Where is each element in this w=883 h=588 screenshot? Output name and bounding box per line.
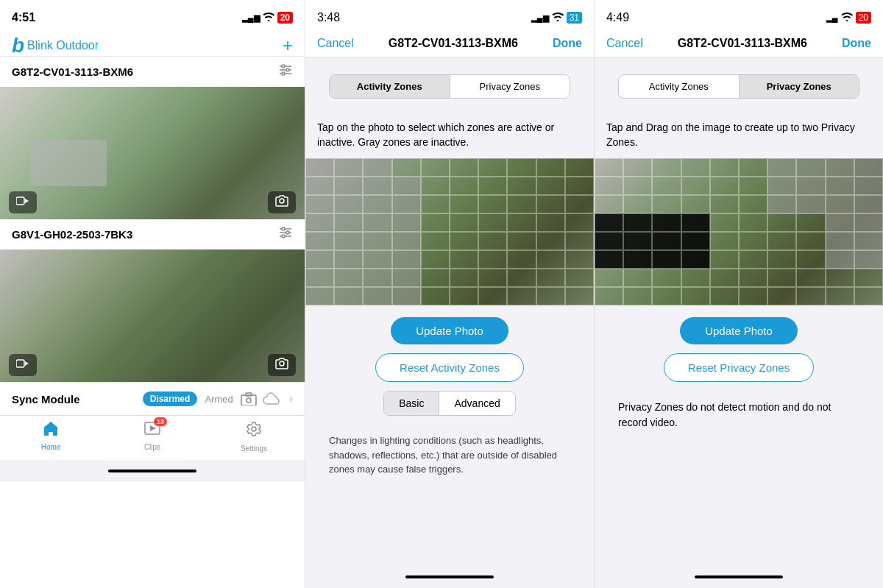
zone-cell[interactable] [305,213,334,232]
zone-cell[interactable] [450,195,478,213]
zone-cell[interactable] [565,250,594,269]
zone-cell[interactable] [363,232,391,250]
privacy-zone-grid[interactable] [595,158,883,305]
privacy-zone-cell[interactable] [767,269,796,287]
privacy-zone-cell[interactable] [826,213,854,232]
zone-cell[interactable] [536,269,565,287]
zone-cell[interactable] [305,158,334,177]
zone-cell[interactable] [478,195,507,213]
privacy-zone-cell[interactable] [796,287,825,305]
tab-activity-zones-p[interactable]: Activity Zones [619,75,739,98]
zone-cell[interactable] [305,177,334,195]
privacy-zone-cell[interactable] [796,158,825,177]
zone-cell[interactable] [478,177,507,195]
zone-cell[interactable] [421,232,450,250]
zone-cell[interactable] [450,158,478,177]
done-button-privacy[interactable]: Done [842,37,871,50]
zone-cell[interactable] [565,269,594,287]
tab-clips[interactable]: 13 Clips [102,420,203,453]
tab-privacy-zones[interactable]: Privacy Zones [450,75,570,98]
zone-cell[interactable] [334,287,363,305]
activity-zone-grid[interactable] [305,158,594,305]
zone-cell[interactable] [334,269,363,287]
privacy-zone-cell[interactable] [767,158,796,177]
privacy-zone-cell[interactable] [739,177,767,195]
privacy-zone-cell[interactable] [739,269,767,287]
privacy-zone-cell[interactable] [767,213,796,232]
zone-cell[interactable] [334,232,363,250]
zone-cell[interactable] [507,232,536,250]
zone-image-activity[interactable] [305,158,594,305]
zone-cell[interactable] [507,195,536,213]
zone-cell[interactable] [478,232,507,250]
privacy-zone-cell[interactable] [681,177,710,195]
privacy-zone-cell[interactable] [739,287,767,305]
badge-armed[interactable]: Armed [205,394,233,405]
privacy-zone-cell[interactable] [652,213,681,232]
privacy-zone-cell[interactable] [826,177,854,195]
zone-cell[interactable] [421,195,450,213]
zone-cell[interactable] [536,158,565,177]
zone-cell[interactable] [478,269,507,287]
zone-cell[interactable] [507,177,536,195]
zone-cell[interactable] [334,250,363,269]
privacy-zone-cell[interactable] [796,232,825,250]
zone-cell[interactable] [363,287,391,305]
privacy-zone-cell[interactable] [681,232,710,250]
photo-button-2[interactable] [268,354,296,376]
zone-cell[interactable] [363,250,391,269]
privacy-zone-cell[interactable] [652,177,681,195]
zone-cell[interactable] [536,287,565,305]
privacy-zone-cell[interactable] [623,195,652,213]
settings-icon-1[interactable] [278,64,293,79]
zone-cell[interactable] [565,195,594,213]
done-button-activity[interactable]: Done [553,37,582,50]
zone-cell[interactable] [392,213,421,232]
photo-button-1[interactable] [268,191,296,213]
privacy-zone-cell[interactable] [652,287,681,305]
privacy-zone-cell[interactable] [595,213,623,232]
zone-cell[interactable] [536,177,565,195]
zone-cell[interactable] [421,250,450,269]
privacy-zone-cell[interactable] [796,177,825,195]
reset-activity-zones-button[interactable]: Reset Activity Zones [375,353,524,382]
privacy-zone-cell[interactable] [739,213,767,232]
update-photo-button-privacy[interactable]: Update Photo [680,317,798,344]
zone-cell[interactable] [334,195,363,213]
zone-cell[interactable] [478,213,507,232]
zone-cell[interactable] [450,250,478,269]
privacy-zone-cell[interactable] [681,213,710,232]
reset-privacy-zones-button[interactable]: Reset Privacy Zones [664,353,814,382]
zone-cell[interactable] [392,232,421,250]
privacy-zone-cell[interactable] [595,177,623,195]
zone-cell[interactable] [565,213,594,232]
zone-cell[interactable] [363,269,391,287]
privacy-zone-cell[interactable] [710,287,739,305]
privacy-zone-cell[interactable] [652,195,681,213]
privacy-zone-cell[interactable] [623,213,652,232]
zone-cell[interactable] [565,287,594,305]
zone-cell[interactable] [392,269,421,287]
zone-cell[interactable] [392,177,421,195]
privacy-zone-cell[interactable] [595,158,623,177]
zone-cell[interactable] [450,232,478,250]
video-button-2[interactable] [9,354,37,376]
zone-cell[interactable] [565,158,594,177]
privacy-zone-cell[interactable] [595,232,623,250]
zone-cell[interactable] [507,269,536,287]
privacy-zone-cell[interactable] [739,250,767,269]
zone-cell[interactable] [305,195,334,213]
zone-cell[interactable] [392,287,421,305]
zone-cell[interactable] [478,158,507,177]
badge-disarmed[interactable]: Disarmed [143,392,198,406]
tab-settings[interactable]: Settings [203,420,305,453]
privacy-zone-cell[interactable] [595,269,623,287]
add-button[interactable]: + [283,35,293,56]
zone-cell[interactable] [450,287,478,305]
zone-cell[interactable] [363,177,391,195]
zone-cell[interactable] [392,195,421,213]
privacy-zone-cell[interactable] [681,195,710,213]
zone-cell[interactable] [334,213,363,232]
privacy-zone-cell[interactable] [652,158,681,177]
privacy-zone-cell[interactable] [854,177,883,195]
